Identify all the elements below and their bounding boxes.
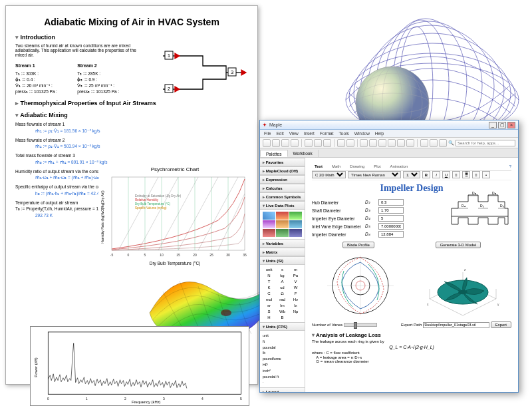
maximize-button[interactable]: ▢ — [498, 122, 506, 128]
print-button[interactable] — [291, 139, 299, 147]
menu-tools[interactable]: Tools — [339, 131, 349, 136]
unit-sr[interactable]: sr — [263, 303, 275, 308]
bold-button[interactable]: B — [422, 171, 430, 178]
unit-Ω[interactable]: Ω — [276, 291, 289, 296]
tbtn-6[interactable] — [406, 139, 414, 147]
paste-button[interactable] — [323, 139, 331, 147]
align-left-button[interactable]: ≡ — [452, 171, 460, 178]
new-button[interactable] — [263, 139, 271, 147]
param-input[interactable] — [378, 199, 404, 206]
unit-ft[interactable]: ft — [263, 339, 302, 345]
help-icon[interactable]: ? — [509, 164, 511, 168]
tbtn-8[interactable] — [439, 139, 447, 147]
param-input[interactable] — [378, 207, 404, 214]
menu-window[interactable]: Window — [354, 131, 370, 136]
cut-button[interactable] — [305, 139, 313, 147]
pal-livedata[interactable]: Live Data Plots — [260, 201, 305, 210]
size-select[interactable]: 12 — [403, 171, 420, 178]
unit-s[interactable]: s — [276, 267, 289, 272]
vanes-slider[interactable] — [344, 323, 377, 327]
tbtn-4[interactable] — [388, 139, 396, 147]
unit-rad[interactable]: rad — [276, 297, 289, 302]
unit-F[interactable]: F — [289, 291, 302, 296]
pal-matrix[interactable]: Matrix — [260, 248, 305, 256]
generate-3d-button[interactable]: Generate 3-D Model — [436, 242, 481, 248]
undo-button[interactable] — [337, 139, 345, 147]
menu-format[interactable]: Format — [320, 131, 334, 136]
liveplot-thumb[interactable] — [289, 220, 302, 228]
tbtn-2[interactable] — [369, 139, 377, 147]
ctab-math[interactable]: Math — [329, 164, 343, 169]
menu-edit[interactable]: Edit — [276, 131, 283, 136]
unit-N[interactable]: N — [263, 273, 275, 278]
section-mixing[interactable]: Adiabatic Mixing — [15, 112, 248, 118]
section-introduction[interactable]: Introduction — [15, 34, 248, 41]
unit-lb[interactable]: lb — [263, 350, 302, 356]
bullet-button[interactable]: • — [482, 171, 490, 178]
unit-W[interactable]: W — [289, 285, 302, 290]
unit-mol[interactable]: mol — [263, 297, 275, 302]
unit-Hz[interactable]: Hz — [289, 297, 302, 302]
liveplot-thumb[interactable] — [263, 229, 275, 237]
pal-units-si[interactable]: Units (SI) — [260, 256, 305, 265]
align-center-button[interactable]: ≣ — [462, 171, 470, 178]
unit-unit[interactable]: unit — [263, 267, 275, 272]
liveplot-thumb[interactable] — [276, 212, 289, 220]
unit-B[interactable]: B — [276, 315, 289, 320]
unit-K[interactable]: K — [263, 285, 275, 290]
underline-button[interactable]: U — [442, 171, 450, 178]
ctab-text[interactable]: Text — [312, 164, 325, 169]
export-path-input[interactable] — [423, 322, 489, 328]
unit-C[interactable]: C — [263, 291, 275, 296]
menu-view[interactable]: View — [289, 131, 299, 136]
liveplot-thumb[interactable] — [263, 212, 275, 220]
unit-lm[interactable]: lm — [276, 303, 289, 308]
unit-Wb[interactable]: Wb — [276, 309, 289, 314]
unit-·[interactable]: · — [263, 379, 302, 385]
search-input[interactable] — [456, 140, 515, 146]
liveplot-thumb[interactable] — [276, 229, 289, 237]
save-button[interactable] — [281, 139, 289, 147]
close-button[interactable]: × — [507, 122, 515, 128]
copy-button[interactable] — [314, 139, 322, 147]
tbtn-7[interactable] — [430, 139, 438, 147]
unit-poundal[interactable]: poundal — [263, 345, 302, 351]
unit-V[interactable]: V — [289, 279, 302, 284]
leakage-heading[interactable]: Analysis of Leakage Loss — [312, 332, 511, 338]
unit-T[interactable]: T — [263, 279, 275, 284]
open-button[interactable] — [272, 139, 280, 147]
pal-favorites[interactable]: Favorites — [260, 158, 305, 166]
pal-variables[interactable]: Variables — [260, 239, 305, 248]
pal-layout[interactable]: Layout — [260, 387, 305, 392]
liveplot-thumb[interactable] — [289, 212, 302, 220]
zoom-button[interactable] — [420, 139, 428, 147]
unit-unit[interactable]: unit — [263, 333, 302, 339]
unit-Np[interactable]: Np — [289, 309, 302, 314]
tbtn-3[interactable] — [378, 139, 386, 147]
param-input[interactable] — [378, 231, 404, 238]
unit-Pa[interactable]: Pa — [289, 273, 302, 278]
param-input[interactable] — [378, 223, 404, 230]
unit-poundforce[interactable]: poundforce — [263, 356, 302, 362]
ctab-plot[interactable]: Plot — [371, 164, 383, 169]
style-select[interactable]: C 2D Math — [312, 171, 346, 178]
italic-button[interactable]: I — [432, 171, 440, 178]
unit-inch²[interactable]: inch² — [263, 368, 302, 374]
redo-button[interactable] — [346, 139, 354, 147]
ctab-drawing[interactable]: Drawing — [347, 164, 367, 169]
minimize-button[interactable]: _ — [489, 122, 497, 128]
font-select[interactable]: Times New Roman — [348, 171, 401, 178]
unit-H[interactable]: H — [263, 315, 275, 320]
unit-cd[interactable]: cd — [276, 285, 289, 290]
menu-file[interactable]: File — [264, 131, 271, 136]
unit-S[interactable]: S — [263, 309, 275, 314]
unit-poundal ft[interactable]: poundal ft — [263, 374, 302, 380]
pal-units-fps[interactable]: Units (FPS) — [260, 322, 305, 331]
tbtn-1[interactable] — [360, 139, 368, 147]
export-button[interactable]: Export — [491, 321, 511, 328]
window-titlebar[interactable]: ✦ Maple _ ▢ × — [260, 120, 518, 130]
tbtn-5[interactable] — [397, 139, 405, 147]
unit-HP[interactable]: HP — [263, 362, 302, 368]
unit-kg[interactable]: kg — [276, 273, 289, 278]
pal-maplecloud[interactable]: MapleCloud (Off) — [260, 166, 305, 175]
